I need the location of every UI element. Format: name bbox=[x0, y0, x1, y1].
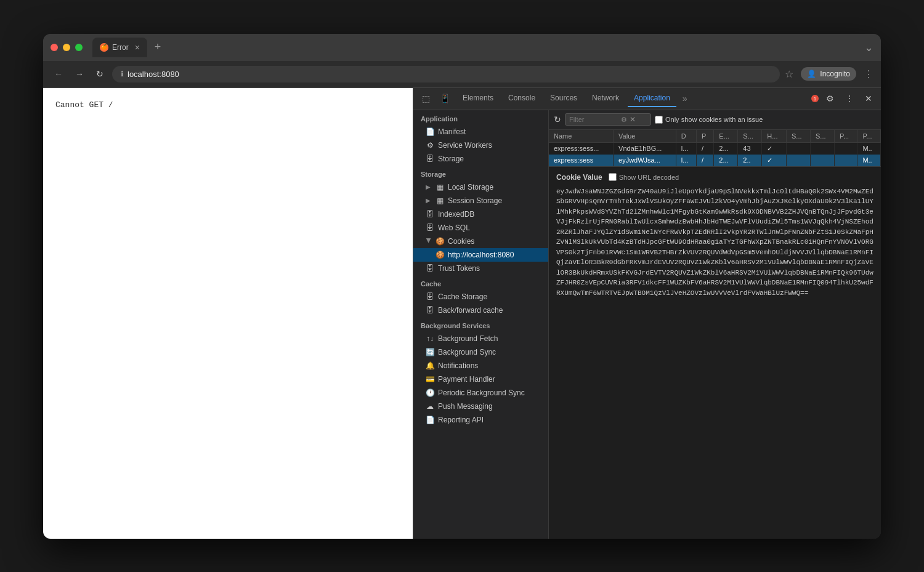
cookie-value-label: Cookie Value bbox=[556, 173, 602, 182]
sidebar-item-indexeddb[interactable]: 🗄 IndexedDB bbox=[413, 207, 548, 221]
sidebar-item-reporting-api[interactable]: 📄 Reporting API bbox=[413, 413, 548, 427]
tab-overflow-button[interactable]: ⌄ bbox=[864, 41, 873, 54]
filter-refresh-button[interactable]: ↻ bbox=[554, 115, 561, 124]
cookie-samesite bbox=[811, 142, 835, 155]
tab-application[interactable]: Application bbox=[628, 90, 676, 107]
cookie-httponly: ✓ bbox=[762, 155, 787, 166]
bookmark-icon[interactable]: ☆ bbox=[785, 68, 793, 80]
sidebar-item-background-sync[interactable]: 🔄 Background Sync bbox=[413, 345, 548, 359]
sidebar-item-service-workers[interactable]: ⚙ Service Workers bbox=[413, 139, 548, 152]
sidebar-cookies-label: Cookies bbox=[448, 237, 474, 246]
table-row[interactable]: express:sess eyJwdWJsa... l... / 2... 2.… bbox=[549, 155, 881, 166]
cache-storage-icon: 🗄 bbox=[426, 292, 434, 301]
maximize-window-button[interactable] bbox=[75, 44, 83, 51]
tab-network[interactable]: Network bbox=[586, 90, 625, 107]
col-header-httponly[interactable]: H... bbox=[762, 130, 787, 143]
filter-clear-button[interactable]: ✕ bbox=[630, 115, 636, 124]
back-button[interactable]: ← bbox=[51, 66, 67, 81]
sidebar-web-sql-label: Web SQL bbox=[438, 224, 470, 232]
sidebar-push-messaging-label: Push Messaging bbox=[438, 402, 493, 411]
col-header-expires[interactable]: E... bbox=[714, 130, 738, 143]
tab-close-button[interactable]: × bbox=[135, 42, 140, 52]
show-url-decoded-label[interactable]: Show URL decoded bbox=[609, 173, 679, 181]
cookie-secure bbox=[787, 155, 811, 166]
incognito-button[interactable]: 👤 Incognito bbox=[801, 67, 856, 81]
tab-bar: 🍊 Error × + bbox=[92, 38, 859, 57]
col-header-secure[interactable]: S... bbox=[787, 130, 811, 143]
back-forward-cache-icon: 🗄 bbox=[426, 306, 434, 315]
filter-input[interactable] bbox=[569, 116, 618, 123]
table-row[interactable]: express:sess... VndaE1hBG... l... / 2...… bbox=[549, 142, 881, 155]
sidebar-service-workers-label: Service Workers bbox=[438, 141, 492, 150]
error-badge: 1 bbox=[811, 95, 819, 102]
reload-button[interactable]: ↻ bbox=[92, 66, 107, 81]
more-options-icon[interactable]: ⋮ bbox=[864, 68, 873, 80]
devtools-main-panel: ↻ ⚙ ✕ Only show cookies with an issue bbox=[549, 110, 881, 539]
tab-console[interactable]: Console bbox=[502, 90, 541, 107]
tab-elements[interactable]: Elements bbox=[456, 90, 500, 107]
push-messaging-icon: ☁ bbox=[426, 402, 434, 411]
browser-tab[interactable]: 🍊 Error × bbox=[92, 38, 147, 57]
col-header-domain[interactable]: D bbox=[676, 130, 696, 143]
sidebar-item-background-fetch[interactable]: ↑↓ Background Fetch bbox=[413, 332, 548, 345]
section-label-storage: Storage bbox=[413, 166, 548, 180]
filter-checkbox-label[interactable]: Only show cookies with an issue bbox=[655, 116, 763, 124]
tab-sources[interactable]: Sources bbox=[544, 90, 583, 107]
page-content: Cannot GET / bbox=[43, 88, 413, 539]
page-error-text: Cannot GET / bbox=[55, 100, 113, 110]
sidebar-background-sync-label: Background Sync bbox=[438, 348, 496, 356]
cookie-value-header: Cookie Value Show URL decoded bbox=[556, 173, 873, 182]
cookie-httponly: ✓ bbox=[762, 142, 787, 155]
address-text: localhost:8080 bbox=[128, 70, 179, 79]
cookie-name: express:sess... bbox=[549, 142, 614, 155]
toolbar-right: ☆ 👤 Incognito ⋮ bbox=[785, 67, 873, 81]
more-tabs-button[interactable]: » bbox=[679, 91, 691, 106]
col-header-value[interactable]: Value bbox=[614, 130, 676, 143]
sidebar-payment-handler-label: Payment Handler bbox=[438, 375, 495, 384]
address-field[interactable]: ℹ localhost:8080 bbox=[112, 66, 780, 83]
sidebar-item-payment-handler[interactable]: 💳 Payment Handler bbox=[413, 373, 548, 386]
devtools-body: Application 📄 Manifest ⚙ Service Workers… bbox=[413, 110, 881, 539]
col-header-size[interactable]: S... bbox=[738, 130, 762, 143]
background-fetch-icon: ↑↓ bbox=[426, 334, 434, 343]
cookie-table: Name Value D P E... S... H... S... S... bbox=[549, 130, 881, 167]
sidebar-item-storage[interactable]: 🗄 Storage bbox=[413, 152, 548, 166]
sidebar-item-local-storage[interactable]: ▶ ▦ Local Storage bbox=[413, 180, 548, 194]
sidebar-item-manifest[interactable]: 📄 Manifest bbox=[413, 125, 548, 139]
sidebar-item-periodic-background-sync[interactable]: 🕐 Periodic Background Sync bbox=[413, 386, 548, 400]
local-storage-arrow: ▶ bbox=[426, 183, 432, 190]
sidebar-item-cache-storage[interactable]: 🗄 Cache Storage bbox=[413, 290, 548, 304]
close-devtools-button[interactable]: ✕ bbox=[861, 91, 876, 106]
col-header-samesite[interactable]: S... bbox=[811, 130, 835, 143]
notifications-icon: 🔔 bbox=[426, 361, 434, 370]
cookie-value: eyJwdWJsa... bbox=[614, 155, 676, 166]
more-options-devtools-icon[interactable]: ⋮ bbox=[841, 91, 857, 106]
minimize-window-button[interactable] bbox=[63, 44, 70, 51]
new-tab-button[interactable]: + bbox=[150, 38, 166, 56]
settings-icon[interactable]: ⚙ bbox=[822, 91, 838, 106]
col-header-name[interactable]: Name bbox=[549, 130, 614, 143]
device-toolbar-button[interactable]: 📱 bbox=[436, 91, 454, 106]
forward-button[interactable]: → bbox=[71, 66, 87, 81]
close-window-button[interactable] bbox=[51, 44, 58, 51]
sidebar-item-session-storage[interactable]: ▶ ▦ Session Storage bbox=[413, 194, 548, 207]
inspect-element-button[interactable]: ⬚ bbox=[418, 91, 434, 106]
main-content: Cannot GET / ⬚ 📱 Elements Console Source… bbox=[43, 88, 881, 539]
sidebar-item-cookies[interactable]: ▶ 🍪 Cookies bbox=[413, 235, 548, 248]
filter-checkbox[interactable] bbox=[655, 116, 663, 124]
col-header-partitioned[interactable]: P... bbox=[857, 130, 881, 143]
filter-options-button[interactable]: ⚙ bbox=[621, 116, 627, 124]
sidebar-item-notifications[interactable]: 🔔 Notifications bbox=[413, 359, 548, 373]
devtools-controls: 1 ⚙ ⋮ ✕ bbox=[811, 91, 876, 106]
show-url-decoded-checkbox[interactable] bbox=[609, 173, 617, 181]
sidebar-item-web-sql[interactable]: 🗄 Web SQL bbox=[413, 221, 548, 235]
sidebar-periodic-background-sync-label: Periodic Background Sync bbox=[438, 389, 525, 397]
col-header-path[interactable]: P bbox=[697, 130, 714, 143]
sidebar-item-trust-tokens[interactable]: 🗄 Trust Tokens bbox=[413, 262, 548, 275]
cookies-icon: 🍪 bbox=[436, 237, 444, 246]
sidebar-item-localhost[interactable]: 🍪 http://localhost:8080 bbox=[413, 248, 548, 262]
sidebar-item-back-forward-cache[interactable]: 🗄 Back/forward cache bbox=[413, 304, 548, 317]
storage-icon: 🗄 bbox=[426, 155, 434, 163]
sidebar-item-push-messaging[interactable]: ☁ Push Messaging bbox=[413, 400, 548, 413]
col-header-priority[interactable]: P... bbox=[835, 130, 857, 143]
